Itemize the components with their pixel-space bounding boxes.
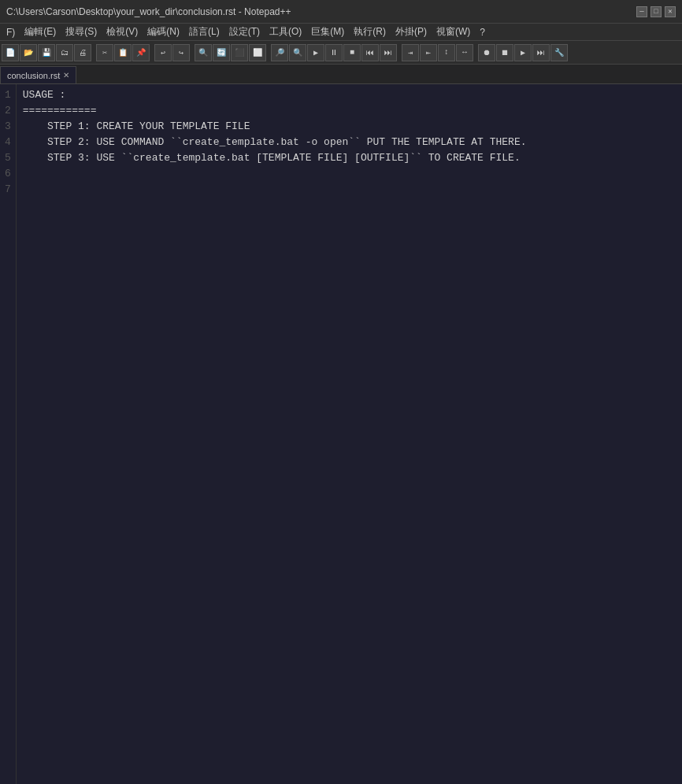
toolbar-b9[interactable]: ↔ bbox=[456, 44, 473, 61]
toolbar-macro3[interactable]: ▶ bbox=[514, 44, 532, 61]
toolbar-b1[interactable]: ⬛ bbox=[231, 44, 248, 61]
menu-language[interactable]: 語言(L) bbox=[184, 24, 224, 40]
close-button[interactable]: ✕ bbox=[665, 6, 676, 17]
maximize-button[interactable]: □ bbox=[650, 6, 662, 17]
tab-bar: conclusion.rst ✕ bbox=[0, 65, 682, 84]
menu-encoding[interactable]: 編碼(N) bbox=[143, 24, 184, 40]
menu-plugins[interactable]: 外掛(P) bbox=[391, 24, 432, 40]
toolbar-undo[interactable]: ↩ bbox=[154, 44, 172, 61]
menu-tools[interactable]: 工具(O) bbox=[265, 24, 306, 40]
line-number-5: 5 bbox=[5, 150, 11, 166]
toolbar-save[interactable]: 💾 bbox=[38, 44, 55, 61]
line-number-2: 2 bbox=[5, 103, 11, 119]
menu-view[interactable]: 檢視(V) bbox=[102, 24, 143, 40]
toolbar-zoom-in[interactable]: 🔎 bbox=[271, 44, 288, 61]
toolbar-copy[interactable]: 📋 bbox=[114, 44, 132, 61]
toolbar-save-all[interactable]: 🗂 bbox=[56, 44, 73, 61]
menu-edit[interactable]: 編輯(E) bbox=[20, 24, 61, 40]
toolbar-zoom-out[interactable]: 🔍 bbox=[289, 44, 306, 61]
toolbar-b4[interactable]: ⏸ bbox=[325, 44, 343, 61]
toolbar-macro1[interactable]: ⏺ bbox=[478, 44, 495, 61]
toolbar-unindent[interactable]: ⇤ bbox=[420, 44, 437, 61]
menu-bar: F) 編輯(E) 搜尋(S) 檢視(V) 編碼(N) 語言(L) 設定(T) 工… bbox=[0, 24, 682, 41]
file-tab[interactable]: conclusion.rst ✕ bbox=[0, 66, 76, 83]
menu-macro[interactable]: 巨集(M) bbox=[306, 24, 349, 40]
toolbar-print[interactable]: 🖨 bbox=[74, 44, 91, 61]
menu-search[interactable]: 搜尋(S) bbox=[61, 24, 102, 40]
menu-window[interactable]: 視窗(W) bbox=[432, 24, 475, 40]
toolbar-macro2[interactable]: ⏹ bbox=[496, 44, 513, 61]
menu-settings[interactable]: 設定(T) bbox=[224, 24, 265, 40]
menu-run[interactable]: 執行(R) bbox=[349, 24, 391, 40]
code-line-1: USAGE : bbox=[23, 89, 66, 101]
code-line-2: ============ bbox=[23, 105, 97, 116]
line-number-6: 6 bbox=[5, 166, 11, 182]
line-numbers: 1 2 3 4 5 6 7 bbox=[0, 84, 17, 784]
code-line-4: STEP 2: USE COMMAND ``create_template.ba… bbox=[23, 136, 527, 148]
minimize-button[interactable]: — bbox=[636, 6, 647, 17]
toolbar-cut[interactable]: ✂ bbox=[96, 44, 113, 61]
line-number-4: 4 bbox=[5, 135, 11, 150]
menu-file[interactable]: F) bbox=[2, 25, 20, 39]
toolbar-b8[interactable]: ↕ bbox=[438, 44, 455, 61]
toolbar-macro4[interactable]: ⏭ bbox=[532, 44, 550, 61]
toolbar-open[interactable]: 📂 bbox=[20, 44, 37, 61]
editor-area: 1 2 3 4 5 6 7 USAGE : ============ STEP … bbox=[0, 84, 682, 784]
line-number-7: 7 bbox=[5, 182, 11, 198]
toolbar-paste[interactable]: 📌 bbox=[132, 44, 150, 61]
code-editor[interactable]: USAGE : ============ STEP 1: CREATE YOUR… bbox=[17, 84, 682, 784]
toolbar-b10[interactable]: 🔧 bbox=[550, 44, 568, 61]
toolbar-indent[interactable]: ⇥ bbox=[402, 44, 419, 61]
toolbar-find[interactable]: 🔍 bbox=[195, 44, 212, 61]
window-title: C:\Users\Carson\Desktop\your_work_dir\co… bbox=[6, 6, 291, 17]
tab-label: conclusion.rst bbox=[7, 71, 60, 80]
toolbar-replace[interactable]: 🔄 bbox=[213, 44, 230, 61]
menu-help[interactable]: ? bbox=[475, 25, 490, 39]
toolbar-b2[interactable]: ⬜ bbox=[249, 44, 266, 61]
toolbar-b3[interactable]: ▶ bbox=[307, 44, 324, 61]
window-controls: — □ ✕ bbox=[636, 6, 676, 17]
toolbar-b7[interactable]: ⏭ bbox=[380, 44, 397, 61]
toolbar-b6[interactable]: ⏮ bbox=[361, 44, 379, 61]
code-line-5: STEP 3: USE ``create_template.bat [TEMPL… bbox=[23, 152, 521, 164]
toolbar: 📄 📂 💾 🗂 🖨 ✂ 📋 📌 ↩ ↪ 🔍 🔄 ⬛ ⬜ 🔎 🔍 ▶ ⏸ ■ ⏮ … bbox=[0, 41, 682, 65]
toolbar-new[interactable]: 📄 bbox=[2, 44, 19, 61]
line-number-3: 3 bbox=[5, 119, 11, 135]
tab-close-button[interactable]: ✕ bbox=[63, 71, 69, 80]
toolbar-b5[interactable]: ■ bbox=[343, 44, 361, 61]
code-line-3: STEP 1: CREATE YOUR TEMPLATE FILE bbox=[23, 120, 250, 132]
toolbar-redo[interactable]: ↪ bbox=[172, 44, 190, 61]
line-number-1: 1 bbox=[5, 87, 11, 103]
title-bar: C:\Users\Carson\Desktop\your_work_dir\co… bbox=[0, 0, 682, 24]
